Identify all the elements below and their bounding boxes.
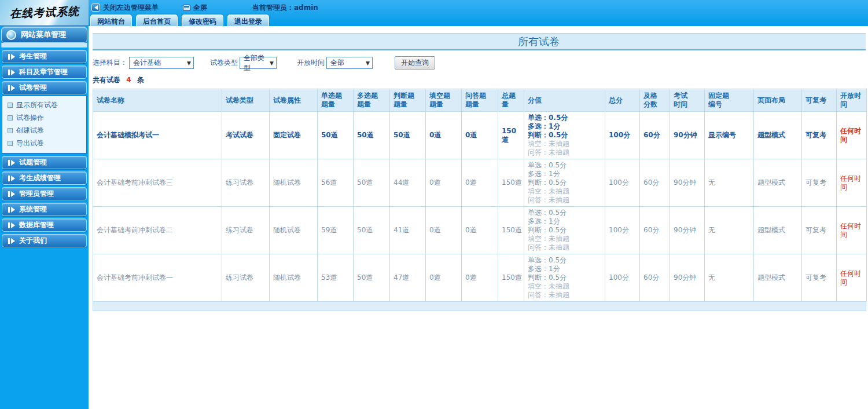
cell-open: 任何时间 — [837, 112, 867, 159]
subject-select[interactable]: 会计基础 ▼ — [129, 57, 194, 69]
cell-time: 90分钟 — [670, 254, 705, 302]
cell-total_q: 150道 — [498, 207, 524, 254]
sidebar-submenu-item[interactable]: 显示所有试卷 — [2, 98, 86, 111]
cell-multi: 50道 — [354, 112, 390, 159]
column-header: 页面布局 — [754, 89, 802, 112]
cell-qa: 0道 — [462, 207, 498, 254]
sidebar-submenu-label: 导出试卷 — [16, 138, 44, 148]
result-count: 共有试卷 4 条 — [93, 75, 868, 85]
cell-fixed_no: 无 — [705, 207, 754, 254]
cell-total_q: 150道 — [498, 159, 524, 207]
cell-name: 会计基础模拟考试一 — [93, 112, 222, 159]
online-exam-admin: 关闭左边管理菜单 全屏 当前管理员：admin 网站前台后台首页修改密码退出登录… — [0, 0, 868, 409]
subject-filter-label: 选择科目： — [93, 58, 127, 68]
sidebar-group-label: 管理员管理 — [19, 189, 54, 199]
cell-blank: 0道 — [426, 159, 462, 207]
paper-type-select[interactable]: 全部类型 ▼ — [240, 57, 277, 69]
column-header: 试卷属性 — [270, 89, 318, 112]
play-bar-icon — [8, 176, 15, 181]
cell-judge: 47道 — [390, 254, 426, 302]
sidebar-group-label: 系统管理 — [19, 204, 47, 214]
cell-pass: 60分 — [640, 254, 670, 302]
fullscreen-icon — [183, 5, 190, 11]
cell-fixed_no: 无 — [705, 159, 754, 207]
sidebar-group[interactable]: 管理员管理 — [2, 187, 87, 200]
sidebar-group[interactable]: 系统管理 — [2, 203, 87, 216]
cell-pass: 60分 — [640, 159, 670, 207]
cell-attr: 随机试卷 — [270, 159, 318, 207]
column-header: 总题量 — [498, 89, 524, 112]
table-footer-bar — [93, 302, 866, 311]
collapse-left-icon — [91, 3, 100, 12]
fullscreen-button[interactable]: 全屏 — [183, 3, 207, 13]
cell-name: 会计基础考前冲刺试卷三 — [93, 159, 222, 207]
cell-time: 90分钟 — [670, 112, 705, 159]
cell-type: 考试试卷 — [222, 112, 270, 159]
cell-judge: 41道 — [390, 207, 426, 254]
sidebar-group[interactable]: 科目及章节管理 — [2, 65, 87, 79]
sidebar-submenu-item[interactable]: 导出试卷 — [2, 137, 86, 149]
column-header: 试卷类型 — [222, 89, 270, 112]
play-bar-icon — [8, 238, 15, 244]
sidebar-submenu-label: 创建试卷 — [16, 126, 44, 136]
tab[interactable]: 后台首页 — [136, 14, 178, 26]
cell-retake: 可复考 — [802, 112, 837, 159]
app-logo-title: 在线考试系统 — [9, 4, 79, 21]
column-header: 单选题 题量 — [318, 89, 354, 112]
tab[interactable]: 修改密码 — [182, 14, 223, 26]
top-tabs: 网站前台后台首页修改密码退出登录 — [90, 14, 273, 26]
topbar: 关闭左边管理菜单 全屏 当前管理员：admin — [91, 2, 318, 13]
cell-type: 练习试卷 — [222, 207, 270, 254]
play-bar-icon — [8, 160, 15, 166]
cell-type: 练习试卷 — [222, 159, 270, 207]
cell-score: 单选：0.5分多选：1分判断：0.5分填空：未抽题问答：未抽题 — [524, 254, 605, 302]
table-header-row: 试卷名称试卷类型试卷属性单选题 题量多选题 题量判断题 题量填空题 题量问答题 … — [93, 89, 867, 112]
cell-judge: 44道 — [390, 159, 426, 207]
cell-open: 任何时间 — [837, 207, 867, 254]
cell-layout: 题型模式 — [754, 207, 802, 254]
filter-bar: 选择科目： 会计基础 ▼ 试卷类型 全部类型 ▼ 开放时间 全部 ▼ 开始查询 — [93, 56, 868, 70]
sidebar-submenu-item[interactable]: 试卷操作 — [2, 111, 86, 124]
sidebar-group-label: 关于我们 — [19, 236, 47, 246]
sidebar-group[interactable]: 考生成绩管理 — [2, 171, 87, 185]
cell-judge: 50道 — [390, 112, 426, 159]
sidebar-group[interactable]: 数据库管理 — [2, 218, 87, 232]
count-value: 4 — [126, 76, 131, 84]
cell-open: 任何时间 — [837, 159, 867, 207]
cell-retake: 可复考 — [802, 159, 837, 207]
main-content: 所有试卷 选择科目： 会计基础 ▼ 试卷类型 全部类型 ▼ 开放时间 全部 ▼ … — [89, 26, 868, 409]
query-button[interactable]: 开始查询 — [395, 56, 435, 70]
cell-total_score: 100分 — [605, 112, 640, 159]
cell-name: 会计基础考前冲刺试卷二 — [93, 207, 222, 254]
column-header: 及格 分数 — [640, 89, 670, 112]
cell-blank: 0道 — [426, 112, 462, 159]
tab[interactable]: 网站前台 — [90, 14, 132, 26]
chevron-down-icon: ▼ — [270, 60, 274, 66]
sphere-icon — [6, 30, 16, 40]
sidebar-header-label: 网站菜单管理 — [21, 30, 66, 40]
open-time-select[interactable]: 全部 ▼ — [326, 57, 373, 69]
sidebar-submenu-item[interactable]: 创建试卷 — [2, 124, 86, 137]
square-bullet-icon — [8, 141, 13, 146]
sidebar-group[interactable]: 关于我们 — [2, 234, 87, 247]
cell-multi: 50道 — [354, 159, 390, 207]
sidebar-group[interactable]: 考生管理 — [2, 50, 87, 63]
sidebar-submenu-label: 试卷操作 — [16, 113, 44, 123]
play-bar-icon — [8, 222, 15, 228]
play-bar-icon — [8, 70, 15, 75]
tab[interactable]: 退出登录 — [227, 14, 269, 26]
play-bar-icon — [8, 54, 15, 60]
close-left-menu-button[interactable]: 关闭左边管理菜单 — [91, 3, 159, 13]
cell-total_score: 100分 — [605, 254, 640, 302]
count-suffix: 条 — [137, 76, 144, 84]
sidebar-group[interactable]: 试题管理 — [2, 156, 87, 169]
page-title: 所有试卷 — [93, 33, 866, 50]
column-header: 总分 — [605, 89, 640, 112]
cell-qa: 0道 — [462, 112, 498, 159]
cell-total_score: 100分 — [605, 207, 640, 254]
sidebar-group[interactable]: 试卷管理 — [2, 81, 87, 94]
cell-single: 53道 — [318, 254, 354, 302]
cell-retake: 可复考 — [802, 254, 837, 302]
cell-qa: 0道 — [462, 254, 498, 302]
sidebar-strip — [1, 43, 87, 48]
